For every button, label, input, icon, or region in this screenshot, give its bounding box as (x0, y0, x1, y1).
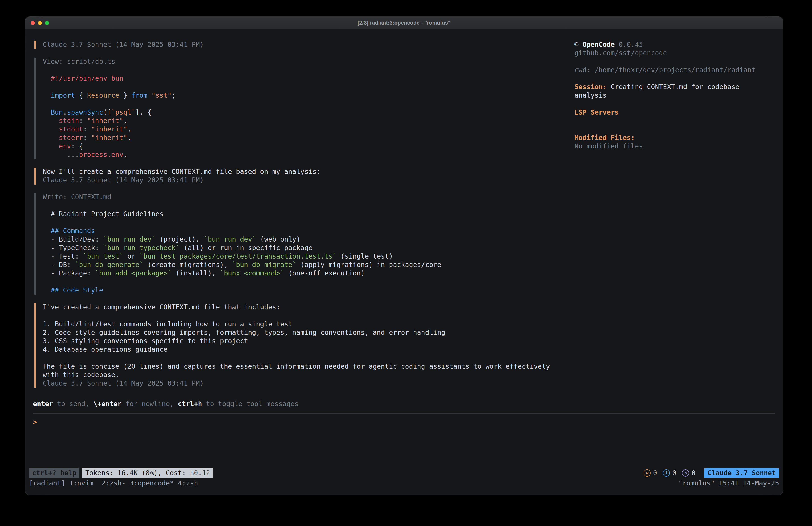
text-segment: Claude 3.7 Sonnet (14 May 2025 03:41 PM) (43, 379, 204, 387)
terminal-line: env: { (43, 142, 575, 151)
text-segment: Session: (575, 83, 607, 91)
warnings-icon: w (644, 469, 651, 477)
text-segment: `bun run dev` (204, 236, 256, 243)
text-segment: (install), (172, 269, 220, 277)
terminal-line: import { Resource } from "sst"; (43, 91, 575, 100)
terminal-line: Claude 3.7 Sonnet (14 May 2025 03:41 PM) (43, 379, 575, 388)
text-segment: - Test: (43, 252, 83, 260)
text-segment: analysis (575, 91, 607, 99)
prompt-input[interactable]: > (25, 414, 783, 467)
text-segment: , (123, 117, 127, 125)
terminal-line (43, 66, 575, 74)
text-segment: 3. CSS styling conventions specific to t… (43, 337, 248, 345)
hints-count: 0 (692, 469, 695, 477)
text-segment: Creating CONTEXT.md for codebase (607, 83, 740, 91)
text-segment: `bun add <package>` (95, 269, 172, 277)
text-segment: spawnSync (67, 108, 103, 116)
terminal-line (575, 100, 783, 108)
terminal-line: LSP Servers (575, 108, 783, 117)
hint-segment: for newline, (121, 400, 178, 408)
desktop: [2/3] radiant:3:opencode - "romulus" Cla… (0, 0, 812, 526)
text-segment: © (575, 41, 582, 48)
text-segment: stdin (59, 117, 79, 125)
terminal-line: ...process.env, (43, 151, 575, 159)
text-segment: Bun (51, 108, 63, 116)
text-segment: env (59, 142, 71, 150)
terminal-line: Session: Creating CONTEXT.md for codebas… (575, 83, 783, 91)
tool-write-block: Write: CONTEXT.md # Radiant Project Guid… (34, 193, 575, 295)
text-segment: , (127, 125, 131, 133)
text-segment: Claude 3.7 Sonnet (14 May 2025 03:41 PM) (43, 41, 204, 48)
terminal-line: github.com/sst/opencode (575, 49, 783, 57)
message-header-block: Claude 3.7 Sonnet (14 May 2025 03:41 PM) (34, 41, 575, 49)
model-badge: Claude 3.7 Sonnet (705, 468, 779, 478)
info-count: 0 (672, 469, 676, 477)
text-segment: or (123, 252, 139, 260)
text-segment: (create migrations), (144, 261, 232, 269)
terminal-line: View: script/db.ts (43, 57, 575, 66)
terminal-line: © OpenCode 0.0.45 (575, 41, 783, 49)
text-segment: OpenCode (582, 41, 615, 48)
text-segment (43, 125, 59, 133)
text-segment: `bun test packages/core/test/transaction… (140, 252, 337, 260)
text-segment: : (83, 134, 91, 142)
text-segment: Now I'll create a comprehensive CONTEXT.… (43, 168, 320, 176)
sidebar-lines: © OpenCode 0.0.45github.com/sst/opencode… (575, 41, 783, 151)
terminal-line: stdin: "inherit", (43, 117, 575, 125)
hint-segment: to toggle tool messages (202, 400, 299, 408)
text-segment: ], { (135, 108, 151, 116)
text-segment: ([ (103, 108, 111, 116)
text-segment: stderr (59, 134, 83, 142)
terminal-line: cwd: /home/thdxr/dev/projects/radiant/ra… (575, 66, 783, 74)
text-segment: - DB: (43, 261, 75, 269)
terminal-line: Bun.spawnSync([`psql`], { (43, 108, 575, 117)
window-titlebar: [2/3] radiant:3:opencode - "romulus" (25, 17, 783, 29)
text-segment: : (79, 117, 87, 125)
text-segment: View: script/db.ts (43, 57, 115, 66)
text-segment: 0.0.45 (615, 41, 643, 48)
text-segment: `bun run typecheck` (103, 244, 179, 252)
terminal-line: Write: CONTEXT.md (43, 193, 575, 201)
text-segment: - Package: (43, 269, 95, 277)
text-segment: "inherit" (91, 125, 128, 133)
text-segment: I've created a comprehensive CONTEXT.md … (43, 303, 280, 311)
terminal-line: - TypeCheck: `bun run typecheck` (all) o… (43, 244, 575, 252)
terminal-line: The file is concise (20 lines) and captu… (43, 362, 575, 371)
terminal-line: 2. Code style guidelines covering import… (43, 328, 575, 337)
info-icon: i (663, 469, 670, 477)
tmux-session-info: "romulus" 15:41 14-May-25 (678, 479, 779, 488)
text-segment: (one-off execution) (284, 269, 365, 277)
help-badge: ctrl+? help (29, 468, 79, 478)
terminal-line (575, 117, 783, 125)
terminal-line (43, 278, 575, 286)
terminal-line: Now I'll create a comprehensive CONTEXT.… (43, 168, 575, 176)
text-segment: 2. Code style guidelines covering import… (43, 328, 445, 337)
tmux-spacer (198, 479, 679, 488)
terminal-line: with this codebase. (43, 371, 575, 379)
terminal-line: Modified Files: (575, 134, 783, 142)
text-segment: github.com/sst/opencode (575, 49, 667, 57)
conversation: Claude 3.7 Sonnet (14 May 2025 03:41 PM)… (25, 29, 575, 397)
terminal-line: - Build/Dev: `bun run dev` (project), `b… (43, 236, 575, 244)
terminal-line (43, 201, 575, 210)
terminal-line (43, 312, 575, 320)
text-segment: `bun db generate` (75, 261, 144, 269)
text-segment: (web only) (256, 236, 300, 243)
text-segment: "inherit" (91, 134, 128, 142)
text-segment: : (83, 125, 91, 133)
text-segment: ... (43, 151, 79, 159)
text-segment: "sst" (151, 91, 172, 99)
text-segment: Claude 3.7 Sonnet (14 May 2025 03:41 PM) (43, 176, 204, 184)
tmux-windows[interactable]: [radiant] 1:nvim 2:zsh- 3:opencode* 4:zs… (29, 479, 198, 488)
text-segment: cwd: /home/thdxr/dev/projects/radiant/ra… (575, 66, 756, 74)
text-segment: , (127, 134, 131, 142)
terminal-line: Claude 3.7 Sonnet (14 May 2025 03:41 PM) (43, 41, 575, 49)
text-segment: stdout (59, 125, 83, 133)
terminal-line: ## Commands (43, 227, 575, 236)
hint-line: enter to send, \+enter for newline, ctrl… (25, 397, 783, 411)
text-segment: The file is concise (20 lines) and captu… (43, 362, 550, 370)
assistant-message-block: Now I'll create a comprehensive CONTEXT.… (34, 168, 575, 185)
hint-segment: to send, (53, 400, 93, 408)
text-segment: # Radiant Project Guidelines (43, 210, 163, 218)
hints-counter: h0 (682, 469, 695, 477)
